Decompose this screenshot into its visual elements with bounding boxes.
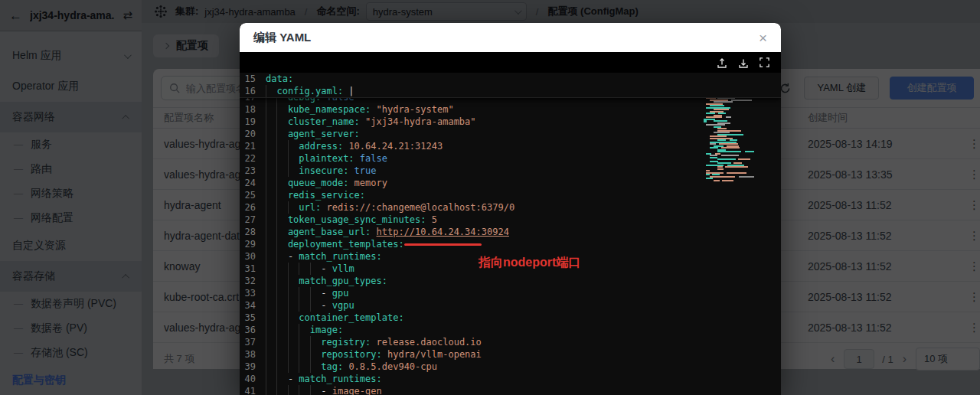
yaml-editor[interactable]: 15data:16config.yaml: | 17debug: false18… (240, 73, 781, 395)
code-line-32: 32match_gpu_types: (240, 275, 781, 287)
editor-toolbar (240, 52, 781, 73)
code-line-25: 25redis_service: (240, 189, 781, 201)
app-window: ← jxj34-hydra-ama... ⇄ 集群: jxj34-hydra-a… (0, 0, 980, 395)
code-line-34: 34- vgpu (240, 299, 781, 312)
code-line-29: 29deployment_templates: (240, 238, 781, 250)
code-line-36: 36image: (240, 324, 781, 336)
code-line-40: 40- match_runtimes: (240, 373, 781, 385)
code-line-20: 20agent_server: (240, 128, 781, 140)
code-line-19: 19cluster_name: "jxj34-hydra-amamba" (240, 116, 781, 128)
code-line-37: 37registry: release.daocloud.io (240, 336, 781, 348)
modal-header: 编辑 YAML × (240, 23, 781, 52)
download-icon[interactable] (737, 57, 750, 69)
code-line-18: 18kube_namespace: "hydra-system" (240, 103, 781, 116)
code-line-21: 21address: 10.64.24.21:31243 (240, 140, 781, 152)
fullscreen-icon[interactable] (759, 57, 770, 68)
code-line-26: 26url: redis://:changeme@localhost:6379/… (240, 201, 781, 214)
code-line-38: 38repository: hydra/vllm-openai (240, 348, 781, 361)
minimap-marker (704, 119, 707, 122)
code-line-16: 16config.yaml: | (240, 85, 781, 97)
modal-title: 编辑 YAML (253, 31, 311, 45)
annotation-arrow-line (404, 243, 482, 246)
code-line-24: 24queue_mode: memory (240, 177, 781, 189)
code-line-15: 15data: (240, 73, 781, 85)
code-line-28: 28agent_base_url: http://10.64.24.34:309… (240, 226, 781, 238)
edit-yaml-modal: 编辑 YAML × 15data:16config.yaml: | (240, 23, 781, 395)
code-line-23: 23insecure: true (240, 165, 781, 177)
code-line-33: 33- gpu (240, 287, 781, 299)
code-line-41: 41- image-gen (240, 385, 781, 395)
code-line-35: 35container_template: (240, 312, 781, 324)
annotation-text: 指向nodeport端口 (479, 255, 580, 271)
code-line-22: 22plaintext: false (240, 152, 781, 165)
code-line-27: 27token_usage_sync_minutes: 5 (240, 214, 781, 226)
code-line-39: 39tag: 0.8.5.dev940-cpu (240, 361, 781, 373)
upload-icon[interactable] (716, 57, 728, 69)
close-icon[interactable]: × (759, 31, 767, 45)
